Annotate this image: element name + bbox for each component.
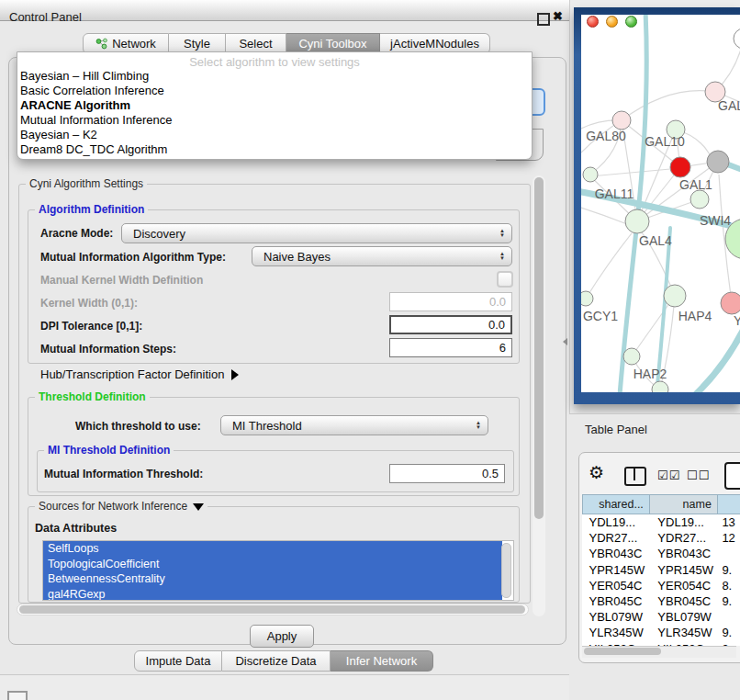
list-item[interactable]: SelfLoops bbox=[43, 541, 502, 557]
table-row[interactable]: YDR27...YDR27...12 bbox=[583, 530, 740, 546]
network-node[interactable] bbox=[707, 151, 729, 173]
which-threshold-label: Which threshold to use: bbox=[75, 420, 201, 433]
close-window-icon[interactable] bbox=[587, 16, 599, 28]
table-row[interactable]: YBR045CYBR045C9. bbox=[583, 593, 740, 609]
kernel-width-label: Kernel Width (0,1): bbox=[40, 297, 138, 310]
network-node[interactable] bbox=[734, 28, 740, 49]
dropdown-option[interactable]: Bayesian – K2 bbox=[17, 128, 532, 142]
zoom-window-icon[interactable] bbox=[625, 16, 637, 28]
tab-label: Discretize Data bbox=[235, 654, 316, 668]
network-node-label: Y bbox=[734, 313, 740, 328]
mi-steps-label: Mutual Information Steps: bbox=[40, 343, 176, 356]
table-hscrollbar-thumb[interactable] bbox=[584, 648, 661, 655]
control-panel-titlebar[interactable] bbox=[0, 0, 569, 21]
group-title: MI Threshold Definition bbox=[44, 444, 174, 457]
collapse-arrow-icon[interactable] bbox=[193, 503, 204, 511]
new-table-icon[interactable] bbox=[724, 462, 740, 490]
dropdown-option[interactable]: Mutual Information Inference bbox=[17, 113, 532, 128]
collapsed-panel-stub[interactable] bbox=[7, 691, 28, 700]
float-window-icon[interactable] bbox=[537, 13, 550, 26]
network-node[interactable] bbox=[625, 209, 649, 233]
table-row[interactable]: YLR345WYLR345W9. bbox=[583, 625, 740, 640]
dropdown-option[interactable]: Dream8 DC_TDC Algorithm bbox=[17, 142, 532, 157]
minimize-window-icon[interactable] bbox=[606, 16, 618, 28]
network-node[interactable] bbox=[652, 381, 668, 392]
network-node-label: GAL1 bbox=[679, 177, 712, 192]
table-row[interactable]: YBR043CYBR043C bbox=[583, 546, 740, 561]
aracne-mode-label: Aracne Mode: bbox=[40, 227, 113, 240]
tab-label: Select bbox=[239, 37, 272, 51]
cell: YDL19... bbox=[649, 514, 717, 531]
select-all-icon[interactable]: ☑☑ bbox=[657, 469, 680, 482]
data-attributes-label: Data Attributes bbox=[35, 522, 117, 535]
network-icon bbox=[95, 38, 107, 50]
network-node[interactable] bbox=[670, 157, 690, 177]
spinner-arrows-icon: ▲▼ bbox=[499, 229, 505, 238]
cell: YDL19... bbox=[583, 514, 650, 531]
list-item[interactable]: TopologicalCoefficient bbox=[43, 557, 502, 572]
network-node-label: GCY1 bbox=[583, 309, 618, 323]
list-scrollbar-thumb[interactable] bbox=[501, 543, 511, 598]
deselect-all-icon[interactable]: ☐☐ bbox=[687, 469, 710, 482]
table-row[interactable]: YER054CYER054C8. bbox=[583, 578, 740, 593]
group-title: Threshold Definition bbox=[35, 390, 150, 403]
cell: YLR345W bbox=[583, 625, 650, 640]
mi-threshold-input[interactable] bbox=[389, 464, 505, 483]
cell bbox=[717, 609, 740, 625]
network-node[interactable] bbox=[664, 285, 686, 307]
aracne-mode-combobox[interactable]: Discovery ▲▼ bbox=[121, 223, 512, 243]
cell: 9. bbox=[717, 625, 740, 640]
group-title: Cyni Algorithm Settings bbox=[26, 177, 147, 190]
table-row[interactable]: YBL079WYBL079W bbox=[583, 609, 740, 625]
hub-factor-definition-expander[interactable]: Hub/Transcription Factor Definition bbox=[40, 367, 239, 381]
settings-vscrollbar-thumb[interactable] bbox=[534, 177, 544, 519]
network-node[interactable] bbox=[612, 111, 631, 130]
expand-arrow-icon[interactable] bbox=[231, 369, 239, 380]
tab-label: jActiveMNodules bbox=[390, 37, 479, 51]
tab-label: Cyni Toolbox bbox=[298, 37, 366, 51]
table-row[interactable]: YPR145WYPR145W9. bbox=[583, 562, 740, 578]
list-item[interactable]: BetweennessCentrality bbox=[43, 571, 502, 587]
mi-algorithm-type-combobox[interactable]: Naive Bayes ▲▼ bbox=[252, 246, 512, 266]
dropdown-option-highlighted[interactable]: ARACNE Algorithm bbox=[17, 98, 532, 113]
column-selector-icon[interactable] bbox=[624, 467, 646, 486]
table-row[interactable]: YDL19...YDL19...13 bbox=[583, 514, 740, 531]
network-node[interactable] bbox=[721, 292, 740, 314]
mi-steps-input[interactable] bbox=[389, 338, 512, 357]
dropdown-option[interactable]: Bayesian – Hill Climbing bbox=[17, 69, 532, 84]
combobox-value: Discovery bbox=[133, 227, 185, 241]
tab-label: Infer Network bbox=[346, 654, 417, 668]
hub-factor-label: Hub/Transcription Factor Definition bbox=[40, 367, 224, 381]
cell: YDR27... bbox=[583, 530, 650, 546]
which-threshold-combobox[interactable]: MI Threshold ▲▼ bbox=[220, 415, 488, 435]
dpi-tolerance-input[interactable] bbox=[389, 315, 512, 334]
close-panel-icon[interactable]: ✖ bbox=[553, 9, 563, 23]
apply-button[interactable]: Apply bbox=[250, 625, 314, 648]
tab-discretize-data[interactable]: Discretize Data bbox=[222, 650, 331, 672]
manual-kernel-width-checkbox[interactable] bbox=[497, 271, 513, 288]
network-node-label: GAL4 bbox=[639, 233, 672, 248]
cell: YPR145W bbox=[649, 562, 717, 578]
panel-splitter-arrow[interactable] bbox=[563, 338, 567, 345]
list-item[interactable]: gal4RGexp bbox=[43, 587, 502, 602]
kernel-width-input[interactable] bbox=[389, 292, 512, 311]
column-header-name[interactable]: name bbox=[649, 495, 717, 514]
network-node[interactable] bbox=[583, 167, 598, 182]
tab-infer-network[interactable]: Infer Network bbox=[331, 650, 433, 672]
cell: 9. bbox=[717, 562, 740, 578]
network-node[interactable] bbox=[581, 291, 593, 306]
algorithm-dropdown-popup: Select algorithm to view settings Bayesi… bbox=[17, 51, 533, 160]
settings-hscrollbar-thumb[interactable] bbox=[19, 605, 525, 614]
dropdown-option[interactable]: Basic Correlation Inference bbox=[17, 84, 532, 98]
network-node-label: GAL11 bbox=[595, 186, 634, 201]
network-node[interactable] bbox=[623, 348, 640, 365]
column-header-shared-name[interactable]: shared... bbox=[583, 495, 650, 514]
spinner-arrows-icon: ▲▼ bbox=[499, 252, 505, 261]
network-canvas[interactable]: GALGAL80GAL10GAL1SWI4GAL4GAL11GCY1HAP4YH… bbox=[581, 15, 740, 392]
tab-impute-data[interactable]: Impute Data bbox=[134, 650, 222, 672]
dpi-tolerance-label: DPI Tolerance [0,1]: bbox=[40, 320, 142, 333]
column-header-extra[interactable] bbox=[717, 495, 740, 514]
node-table: shared... name YDL19...YDL19...13 YDR27.… bbox=[582, 494, 740, 646]
network-node[interactable] bbox=[690, 190, 709, 209]
gear-icon[interactable]: ⚙ bbox=[589, 464, 604, 481]
